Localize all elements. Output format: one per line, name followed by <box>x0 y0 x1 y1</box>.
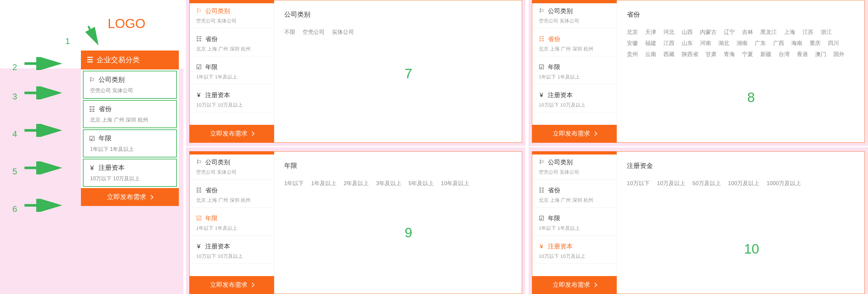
publish-button[interactable]: 立即发布需求 <box>190 276 274 294</box>
filter-tag[interactable]: 广西 <box>773 38 784 49</box>
filter-tag[interactable]: 内蒙古 <box>700 27 717 38</box>
filter-tag[interactable]: 宁夏 <box>742 49 753 60</box>
filter-tag[interactable]: 1年以下 <box>284 178 304 189</box>
filter-tag[interactable]: 10万及以上 <box>657 178 685 189</box>
panel-item-capital[interactable]: ¥ 注册资本 10万以下 10万及以上 <box>532 238 617 264</box>
panel-item-category[interactable]: ⚐ 公司类别 空壳公司 实体公司 <box>532 3 617 28</box>
publish-button[interactable]: 立即发布需求 <box>190 125 274 142</box>
year-icon: ☑ <box>89 135 95 142</box>
panel-item-capital[interactable]: ¥ 注册资本 10万以下 10万及以上 <box>190 238 274 264</box>
filter-tag[interactable]: 陕西省 <box>682 49 698 60</box>
sidebar-header[interactable]: ☰ 企业交易分类 <box>81 50 179 69</box>
filter-tag[interactable]: 四川 <box>828 38 839 49</box>
panel-item-province[interactable]: ☷ 省份 北京 上海 广州 深圳 杭州 <box>190 31 274 57</box>
panel-item-year[interactable]: ☑ 年限 1年以下 1年及以上 <box>190 59 274 84</box>
overlay-number-7: 7 <box>405 66 412 81</box>
filter-tag[interactable]: 河南 <box>700 38 711 49</box>
panel-item-year[interactable]: ☑ 年限 1年以下 1年及以上 <box>190 210 274 236</box>
filter-tag[interactable]: 山西 <box>682 27 693 38</box>
filter-tag[interactable]: 甘肃 <box>706 49 717 60</box>
capital-icon: ¥ <box>538 243 545 250</box>
filter-tag[interactable]: 1年及以上 <box>311 178 336 189</box>
panel-item-title: 注册资本 <box>548 91 573 100</box>
filter-tag[interactable]: 贵州 <box>627 49 638 60</box>
sidebar-item-category[interactable]: ⚐ 公司类别 空壳公司 实体公司 <box>83 71 177 99</box>
panel-8-content: 省份 北京天津河北山西内蒙古辽宁吉林黑龙江上海江苏浙江安徽福建江西山东河南湖北湖… <box>617 0 864 142</box>
panel-item-capital[interactable]: ¥ 注册资本 10万以下 10万及以上 <box>190 87 274 112</box>
main-sidebar: ☰ 企业交易分类 ⚐ 公司类别 空壳公司 实体公司 ☷ 省份 北京 上海 广州 … <box>81 50 179 206</box>
filter-tag[interactable]: 湖南 <box>737 38 748 49</box>
filter-tag[interactable]: 河北 <box>663 27 675 38</box>
sidebar-item-province[interactable]: ☷ 省份 北京 上海 广州 深圳 杭州 <box>83 100 177 128</box>
sidebar-item-year[interactable]: ☑ 年限 1年以下 1年及以上 <box>83 130 177 157</box>
filter-tag[interactable]: 天津 <box>645 27 656 38</box>
filter-tag[interactable]: 山东 <box>682 38 693 49</box>
year-icon: ☑ <box>195 215 202 222</box>
publish-button[interactable]: 立即发布需求 <box>532 125 617 142</box>
panel-item-category[interactable]: ⚐ 公司类别 空壳公司 实体公司 <box>190 154 274 180</box>
content-title: 公司类别 <box>284 10 512 19</box>
filter-tag[interactable]: 10万以下 <box>627 178 650 189</box>
filter-tag[interactable]: 湖北 <box>718 38 729 49</box>
panel-item-province[interactable]: ☷ 省份 北京 上海 广州 深圳 杭州 <box>190 182 274 208</box>
panel-item-province[interactable]: ☷ 省份 北京 上海 广州 深圳 杭州 <box>532 182 617 208</box>
panel-item-category[interactable]: ⚐ 公司类别 空壳公司 实体公司 <box>532 154 617 180</box>
filter-tag[interactable]: 10年及以上 <box>441 178 469 189</box>
filter-tag[interactable]: 辽宁 <box>724 27 735 38</box>
capital-icon: ¥ <box>538 92 545 99</box>
panel-item-year[interactable]: ☑ 年限 1年以下 1年及以上 <box>532 59 617 84</box>
filter-tag[interactable]: 2年及以上 <box>344 178 369 189</box>
overlay-number-10: 10 <box>744 241 760 257</box>
filter-tag[interactable]: 黑龙江 <box>760 27 777 38</box>
filter-tag[interactable]: 浙江 <box>821 27 832 38</box>
filter-tag[interactable]: 青海 <box>724 49 735 60</box>
panel-item-title: 公司类别 <box>548 7 573 15</box>
filter-tag[interactable]: 云南 <box>645 49 656 60</box>
filter-tag[interactable]: 江西 <box>663 38 675 49</box>
filter-tag[interactable]: 香港 <box>797 49 808 60</box>
filter-tag[interactable]: 不限 <box>284 27 295 38</box>
annotation-5: 5 <box>12 161 62 177</box>
panel-item-capital[interactable]: ¥ 注册资本 10万以下 10万及以上 <box>532 87 617 112</box>
publish-button[interactable]: 立即发布需求 <box>81 188 179 206</box>
filter-tag[interactable]: 3年及以上 <box>376 178 401 189</box>
filter-tag[interactable]: 100万及以上 <box>728 178 760 189</box>
publish-button[interactable]: 立即发布需求 <box>532 276 617 294</box>
panel-item-year[interactable]: ☑ 年限 1年以下 1年及以上 <box>532 210 617 236</box>
content-title: 注册资金 <box>627 161 855 170</box>
filter-tag[interactable]: 江苏 <box>802 27 813 38</box>
sidebar-item-capital[interactable]: ¥ 注册资本 10万以下 10万及以上 <box>83 159 177 187</box>
panel-item-tags: 北京 上海 广州 深圳 杭州 <box>195 197 268 204</box>
panel-item-title: 注册资本 <box>548 242 573 251</box>
filter-tag[interactable]: 澳门 <box>815 49 826 60</box>
panel-item-category[interactable]: ⚐ 公司类别 空壳公司 实体公司 <box>190 3 274 28</box>
filter-tag[interactable]: 台湾 <box>779 49 790 60</box>
filter-tag[interactable]: 实体公司 <box>332 27 354 38</box>
filter-tag[interactable]: 重庆 <box>810 38 821 49</box>
filter-tag[interactable]: 西藏 <box>663 49 675 60</box>
filter-tag[interactable]: 吉林 <box>742 27 753 38</box>
filter-tag[interactable]: 上海 <box>784 27 795 38</box>
filter-tag[interactable]: 新疆 <box>760 49 771 60</box>
filter-tag[interactable]: 50万及以上 <box>692 178 721 189</box>
filter-tag[interactable]: 海南 <box>791 38 802 49</box>
panel-item-tags: 1年以下 1年及以上 <box>195 74 268 80</box>
filter-tag[interactable]: 广东 <box>755 38 766 49</box>
category-icon: ⚐ <box>195 8 202 14</box>
arrow-right-icon <box>23 199 62 214</box>
filter-tag[interactable]: 北京 <box>627 27 638 38</box>
filter-tag[interactable]: 5年及以上 <box>408 178 434 189</box>
filter-tag[interactable]: 空壳公司 <box>303 27 325 38</box>
panel-item-tags: 10万以下 10万及以上 <box>195 102 268 108</box>
panel-item-title: 注册资本 <box>205 242 230 251</box>
annotation-6: 6 <box>12 199 62 214</box>
panel-item-title: 公司类别 <box>205 158 230 167</box>
filter-tag[interactable]: 1000万及以上 <box>767 178 801 189</box>
panel-item-province[interactable]: ☷ 省份 北京 上海 广州 深圳 杭州 <box>532 31 617 57</box>
panel-item-title: 年限 <box>205 63 218 71</box>
sidebar-item-tags: 10万以下 10万及以上 <box>89 175 171 182</box>
filter-tag[interactable]: 安徽 <box>627 38 638 49</box>
chevron-right-icon <box>592 283 597 287</box>
filter-tag[interactable]: 福建 <box>645 38 656 49</box>
filter-tag[interactable]: 国外 <box>833 49 844 60</box>
